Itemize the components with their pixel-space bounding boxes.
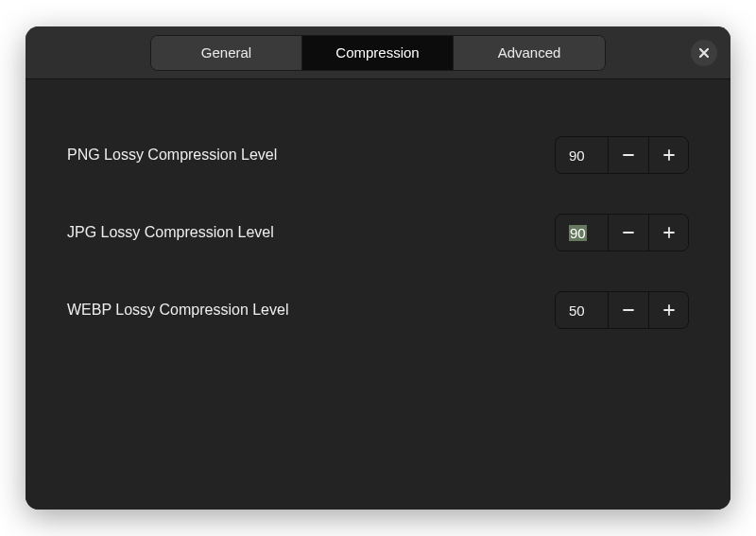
- stepper-value: 50: [569, 303, 585, 319]
- jpg-level-input[interactable]: 90: [556, 215, 609, 251]
- plus-icon: [662, 303, 676, 317]
- minus-icon: [622, 303, 635, 317]
- stepper-value: 90: [569, 225, 587, 241]
- minus-icon: [622, 226, 635, 239]
- tab-compression[interactable]: Compression: [302, 36, 454, 70]
- setting-label: JPG Lossy Compression Level: [67, 224, 274, 241]
- tab-label: Compression: [335, 44, 419, 61]
- jpg-level-stepper: 90: [555, 214, 689, 251]
- setting-label: PNG Lossy Compression Level: [67, 147, 277, 164]
- close-icon: [698, 47, 710, 59]
- plus-icon: [662, 148, 676, 162]
- tab-label: General: [201, 44, 251, 61]
- stepper-value: 90: [569, 147, 585, 164]
- png-level-decrement[interactable]: [609, 137, 648, 173]
- content-area: PNG Lossy Compression Level 90 JPG Lossy…: [26, 79, 730, 510]
- webp-level-stepper: 50: [555, 291, 689, 329]
- png-level-increment[interactable]: [648, 137, 688, 173]
- tab-advanced[interactable]: Advanced: [454, 36, 605, 70]
- webp-level-decrement[interactable]: [609, 292, 648, 328]
- header-bar: General Compression Advanced: [26, 26, 730, 79]
- tab-general[interactable]: General: [151, 36, 302, 70]
- settings-window: General Compression Advanced PNG Lossy C…: [26, 26, 730, 510]
- setting-row-webp: WEBP Lossy Compression Level 50: [67, 291, 689, 329]
- minus-icon: [622, 148, 635, 162]
- webp-level-input[interactable]: 50: [556, 292, 609, 328]
- setting-row-jpg: JPG Lossy Compression Level 90: [67, 214, 689, 251]
- setting-label: WEBP Lossy Compression Level: [67, 302, 288, 319]
- tab-label: Advanced: [498, 44, 561, 61]
- setting-row-png: PNG Lossy Compression Level 90: [67, 136, 689, 174]
- jpg-level-decrement[interactable]: [609, 215, 648, 251]
- webp-level-increment[interactable]: [648, 292, 688, 328]
- tab-group: General Compression Advanced: [150, 35, 606, 71]
- plus-icon: [662, 226, 676, 239]
- jpg-level-increment[interactable]: [648, 215, 688, 251]
- png-level-input[interactable]: 90: [556, 137, 609, 173]
- png-level-stepper: 90: [555, 136, 689, 174]
- close-button[interactable]: [691, 40, 717, 66]
